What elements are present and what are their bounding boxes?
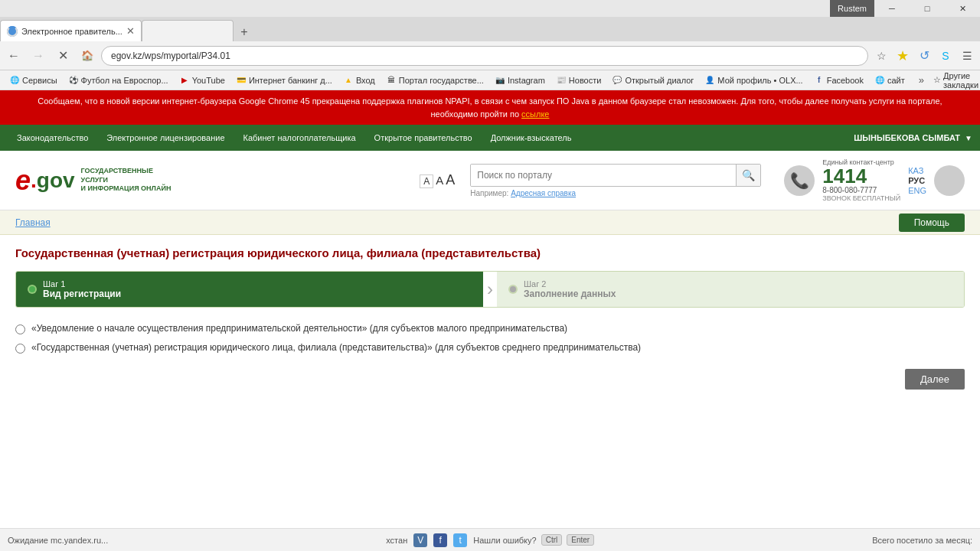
- font-size-small[interactable]: A: [420, 174, 433, 188]
- username-label[interactable]: ШЫНЫБЕКОВА СЫМБАТ: [854, 133, 960, 142]
- bookmark-instagram[interactable]: 📷 Instagram: [490, 73, 550, 87]
- radio-input-1[interactable]: [15, 324, 25, 334]
- tab-new[interactable]: [142, 20, 234, 41]
- bookmark-site[interactable]: 🌐 сайт: [870, 73, 910, 87]
- step-1-indicator: [28, 285, 37, 294]
- radio-item-2[interactable]: «Государственная (учетная) регистрация ю…: [15, 342, 965, 354]
- browser-action-icon2[interactable]: ↺: [914, 46, 934, 66]
- nav-open-gov[interactable]: Открытое правительство: [365, 125, 482, 151]
- maximize-button[interactable]: □: [910, 0, 945, 17]
- nav-legislation[interactable]: Законодательство: [8, 125, 97, 151]
- forward-button[interactable]: →: [28, 45, 49, 67]
- bookmark-facebook[interactable]: f Facebook: [809, 73, 868, 87]
- bookmark-dialog[interactable]: 💬 Открытый диалог: [607, 73, 698, 87]
- bookmark-star-icon[interactable]: ☆: [871, 46, 891, 66]
- facebook-icon: f: [814, 75, 825, 86]
- login-icon: ▲: [343, 75, 354, 86]
- lang-eng[interactable]: ENG: [908, 186, 926, 195]
- lang-rus[interactable]: РУС: [908, 176, 926, 185]
- font-size-medium[interactable]: A: [436, 174, 443, 187]
- radio-item-1[interactable]: «Уведомление о начале осуществления пред…: [15, 323, 965, 334]
- phone-icon: 📞: [784, 165, 815, 196]
- address-input[interactable]: [101, 46, 868, 66]
- breadcrumb-home[interactable]: Главная: [15, 217, 51, 228]
- vk-icon[interactable]: V: [413, 533, 427, 547]
- reload-button[interactable]: ✕: [52, 45, 74, 67]
- bottom-bar: Ожидание mc.yandex.ru... хстан V f t Наш…: [0, 528, 980, 551]
- contact-phone-alt: 8-800-080-7777: [822, 186, 900, 194]
- bookmark-login[interactable]: ▲ Вход: [338, 73, 380, 87]
- skype-icon[interactable]: S: [936, 46, 956, 66]
- facebook-social-icon[interactable]: f: [433, 533, 447, 547]
- titlebar-user: Rustem: [830, 0, 874, 17]
- search-hint-prefix: Например:: [470, 189, 508, 197]
- bottom-right: Всего посетило за месяц:: [872, 536, 972, 545]
- steps-bar: Шаг 1 Вид регистрации › Шаг 2 Заполнение…: [15, 271, 965, 308]
- alert-link[interactable]: ссылке: [521, 109, 549, 119]
- loading-spinner: [7, 26, 18, 37]
- step-2-body: Шаг 2 Заполнение данных: [524, 279, 616, 299]
- nav-taxpayer[interactable]: Кабинет налогоплательщика: [234, 125, 365, 151]
- help-button[interactable]: Помощь: [899, 214, 965, 232]
- services-icon: 🌐: [9, 75, 20, 86]
- step-arrow: ›: [483, 272, 497, 307]
- step-2: Шаг 2 Заполнение данных: [497, 272, 964, 307]
- bookmark-portal-label: Портал государстве...: [399, 76, 484, 85]
- bookmark-services-label: Сервисы: [22, 76, 57, 85]
- browser-action-icon1[interactable]: ★: [893, 46, 913, 66]
- titlebar: Rustem ─ □ ✕: [0, 0, 980, 17]
- search-hint-link[interactable]: Адресная справка: [511, 189, 576, 197]
- bookmark-instagram-label: Instagram: [508, 76, 545, 85]
- radio-input-2[interactable]: [15, 344, 25, 354]
- bookmark-services[interactable]: 🌐 Сервисы: [5, 73, 62, 87]
- bookmark-site-label: сайт: [887, 76, 905, 85]
- logo-gov: gov: [37, 168, 75, 193]
- logo-dot: .: [31, 168, 37, 193]
- search-button[interactable]: 🔍: [736, 165, 760, 186]
- error-hint: Нашли ошибку? Ctrl Enter: [473, 534, 594, 546]
- step-2-indicator: [508, 285, 518, 294]
- step-1-number: Шаг 1: [43, 279, 121, 289]
- tab-main[interactable]: Электронное правитель... ✕: [0, 20, 142, 41]
- tab-favicon: [7, 26, 18, 37]
- visits-text: Всего посетило за месяц:: [872, 536, 972, 545]
- football-icon: ⚽: [68, 75, 79, 86]
- menu-icon[interactable]: ☰: [957, 46, 977, 66]
- nav-licensing[interactable]: Электронное лицензирование: [97, 125, 234, 151]
- search-input[interactable]: [471, 165, 736, 186]
- radio-label-1: «Уведомление о начале осуществления пред…: [31, 323, 567, 334]
- bookmark-football[interactable]: ⚽ Футбол на Евроспор...: [64, 73, 173, 87]
- twitter-icon[interactable]: t: [453, 533, 467, 547]
- tab-close-button[interactable]: ✕: [126, 26, 135, 36]
- enter-key: Enter: [567, 534, 594, 546]
- logo-tagline-line2: И ИНФОРМАЦИЯ ОНЛАЙН: [81, 184, 172, 192]
- bookmark-banking[interactable]: 💳 Интернет банкинг д...: [231, 73, 337, 87]
- lang-kaz[interactable]: КАЗ: [908, 166, 926, 175]
- alert-banner: Сообщаем, что в новой версии интернет-бр…: [0, 90, 980, 125]
- bookmark-news[interactable]: 📰 Новости: [551, 73, 606, 87]
- minimize-button[interactable]: ─: [874, 0, 910, 17]
- bookmark-more-button[interactable]: »: [916, 73, 927, 87]
- bookmark-profile[interactable]: 👤 Мой профиль • OLX...: [700, 73, 807, 87]
- main-content: Государственная (учетная) регистрация юр…: [0, 235, 980, 380]
- close-button[interactable]: ✕: [945, 0, 980, 17]
- nav-debtor[interactable]: Должник-взыскатель: [482, 125, 581, 151]
- dropdown-arrow-icon[interactable]: ▼: [965, 134, 972, 142]
- back-button[interactable]: ←: [3, 45, 24, 67]
- bookmark-other[interactable]: ☆ Другие закладки: [929, 70, 980, 90]
- bookmark-youtube-label: YouTube: [192, 76, 225, 85]
- news-icon: 📰: [556, 75, 567, 86]
- next-button[interactable]: Далее: [905, 369, 965, 390]
- new-tab-button[interactable]: +: [234, 23, 255, 41]
- step-2-label: Заполнение данных: [524, 289, 616, 299]
- font-size-large[interactable]: A: [446, 172, 455, 188]
- logo-tagline: ГОСУДАРСТВЕННЫЕ УСЛУГИ И ИНФОРМАЦИЯ ОНЛА…: [81, 167, 173, 194]
- search-area: 🔍 Например: Адресная справка: [470, 164, 761, 197]
- logo-e: e: [15, 165, 31, 197]
- bookmark-youtube[interactable]: ▶ YouTube: [175, 73, 230, 87]
- contact-langs: КАЗ РУС ENG: [908, 166, 926, 195]
- radio-label-2: «Государственная (учетная) регистрация ю…: [31, 342, 641, 353]
- home-button[interactable]: 🏠: [77, 45, 98, 67]
- bookmark-portal[interactable]: 🏛 Портал государстве...: [381, 73, 488, 87]
- green-nav-links: Законодательство Электронное лицензирова…: [8, 125, 580, 151]
